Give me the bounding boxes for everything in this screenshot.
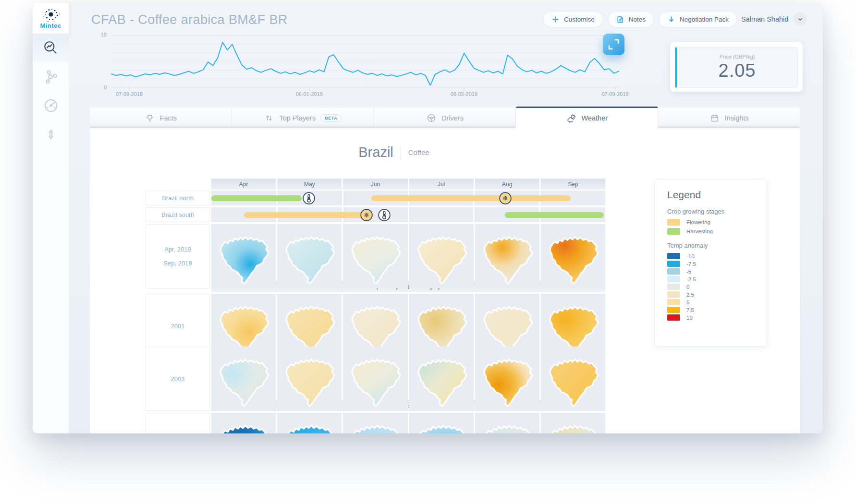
brazil-map-2-jun (343, 347, 407, 411)
gantt-row-label: Brazil south (146, 207, 210, 222)
legend-swatch (667, 291, 680, 298)
negotiation-pack-label: Negotiation Pack (680, 16, 729, 23)
legend-swatch (667, 253, 680, 259)
map-row-label: 2003 (146, 347, 210, 411)
legend-label: Flowering (686, 219, 710, 225)
brazil-map-0-aug (475, 224, 539, 288)
legend-swatch (667, 276, 680, 282)
country-title: Brazil (358, 144, 393, 160)
map-row-2001: 2001 (146, 294, 605, 345)
user-menu[interactable]: Salman Shahid (741, 12, 807, 25)
tab-weather[interactable]: Weather (516, 107, 658, 128)
crop-stage-bar-harvesting (211, 195, 302, 201)
brazil-map-3-jun (343, 413, 407, 433)
brazil-map-2-aug (475, 347, 539, 411)
map-row-label-line: Sep, 2019 (163, 260, 192, 267)
beta-badge: BETA (320, 114, 342, 122)
month-header-sep: Sep (541, 179, 605, 190)
region-label: Brazil north (162, 194, 194, 202)
svg-text:❄: ❄ (364, 211, 369, 218)
lightbulb-icon (145, 113, 155, 123)
map-row-label-line: 2001 (171, 323, 185, 330)
legend-temp-list: -10-7.5-5-2.502.557.510 (667, 253, 754, 321)
expand-icon (603, 34, 624, 55)
crop-stage-bar-harvesting (505, 212, 604, 218)
crop-stage-bar-flowering (244, 212, 374, 218)
tab-insights[interactable]: Insights (658, 107, 800, 128)
tab-insights-label: Insights (725, 114, 749, 122)
plus-icon (551, 15, 560, 24)
header-actions: Customise Notes Negotiation Pack (543, 11, 737, 27)
legend-crop-list: FloweringHarvesting (667, 219, 754, 235)
legend-label: -2.5 (686, 276, 696, 282)
legend-item-0: 0 (667, 284, 754, 290)
legend-item--5: -5 (667, 268, 754, 275)
brazil-map-3-may (277, 413, 342, 433)
legend-label: -7.5 (686, 261, 696, 267)
weather-heading: Brazil Coffee (173, 144, 615, 160)
up-down-arrows-icon (42, 126, 60, 143)
expand-chart-button[interactable] (603, 34, 624, 55)
sidebar-item-import-export[interactable] (33, 120, 69, 149)
gantt-track-south: ❄ (211, 207, 605, 222)
map-row-label: Apr, 2019—Sep, 2019 (146, 224, 210, 288)
legend-label: 2.5 (686, 292, 694, 298)
map-row-2003: 2003 (146, 347, 605, 397)
legend-label: Harvesting (686, 228, 713, 234)
calendar-icon (709, 113, 720, 123)
sidebar-item-relationships[interactable] (33, 62, 69, 91)
sparkline-svg (110, 33, 621, 92)
brazil-map-2-jul (409, 347, 474, 411)
snowflake-icon: ❄ (499, 192, 512, 204)
price-card: Price (GBP/kg) 2.05 (670, 42, 803, 92)
magnifier-trend-icon (42, 39, 60, 57)
app-window: Mintec CFAB - Coff (33, 3, 823, 433)
x-axis-label: 07-09-2018 (116, 91, 143, 97)
customise-label: Customise (564, 16, 595, 23)
brazil-map-3-aug (475, 413, 539, 433)
legend-label: -10 (686, 253, 695, 259)
y-axis-max-label: 10 (97, 32, 107, 37)
commodity-title: Coffee (408, 148, 429, 156)
notes-label: Notes (629, 16, 646, 23)
month-header-aug: Aug (475, 179, 539, 190)
brazil-map-3-sep (541, 413, 605, 433)
column-separator (408, 207, 409, 222)
legend-swatch (667, 268, 680, 275)
tab-drivers[interactable]: Drivers (374, 107, 516, 128)
tab-top-players-label: Top Players (279, 114, 316, 122)
brazil-map-0-apr (211, 224, 276, 288)
legend-item--2.5: -2.5 (667, 276, 754, 282)
svg-text:❄: ❄ (502, 194, 508, 202)
sidebar-item-price-explorer[interactable] (33, 34, 69, 62)
tab-facts[interactable]: Facts (90, 107, 232, 128)
customise-button[interactable]: Customise (543, 11, 603, 27)
legend-label: 10 (686, 315, 693, 321)
user-name: Salman Shahid (741, 15, 788, 23)
gantt-row-brazil-south: Brazil south ❄ (146, 207, 605, 222)
tab-drivers-label: Drivers (441, 114, 464, 122)
brazil-map-0-jun (343, 224, 407, 288)
legend-label: 0 (686, 284, 689, 290)
download-arrow-icon (667, 15, 675, 24)
tab-top-players[interactable]: Top Players BETA (232, 107, 374, 128)
chevron-down-icon (797, 16, 804, 23)
logo-dots-icon (38, 8, 63, 23)
sort-arrows-icon (264, 113, 274, 123)
sidebar-item-dashboard[interactable] (33, 91, 69, 120)
mintec-logo[interactable]: Mintec (33, 3, 69, 34)
document-icon (616, 15, 624, 24)
legend-label: 7.5 (686, 307, 694, 313)
price-value: 2.05 (719, 60, 756, 81)
tab-facts-label: Facts (160, 114, 177, 122)
price-card-inner: Price (GBP/kg) 2.05 (675, 47, 798, 88)
user-menu-toggle[interactable] (794, 12, 807, 25)
legend-item-harvesting: Harvesting (667, 228, 754, 235)
sun-cloud-icon (566, 113, 577, 123)
gantt-row-brazil-north: Brazil north ❄ (146, 191, 605, 205)
negotiation-pack-button[interactable]: Negotiation Pack (659, 11, 737, 27)
legend-swatch (667, 299, 680, 305)
x-axis-label: 06-01-2019 (296, 91, 323, 97)
legend-item--10: -10 (667, 253, 754, 259)
notes-button[interactable]: Notes (608, 11, 654, 27)
